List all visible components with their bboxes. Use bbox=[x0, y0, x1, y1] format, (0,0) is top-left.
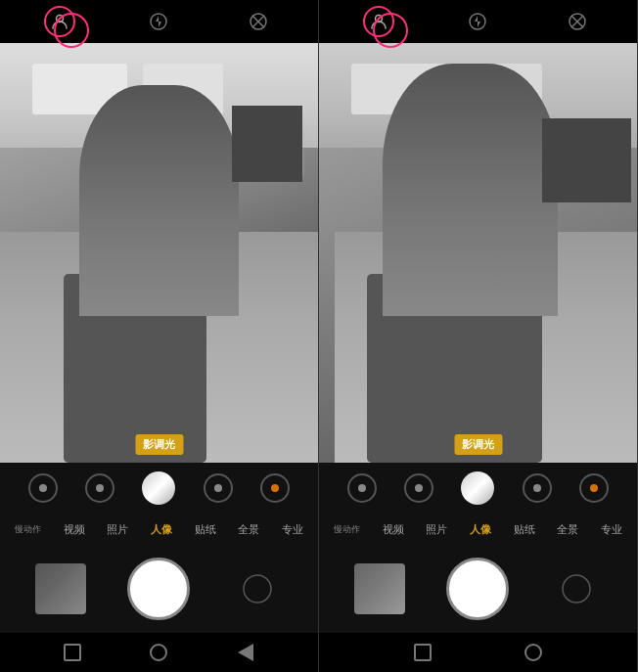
nav-triangle-icon-left bbox=[238, 644, 253, 661]
camera-controls-right bbox=[319, 463, 637, 514]
mode-tabs-right: 慢动作 视频 照片 人像 贴纸 全景 专业 bbox=[319, 514, 637, 545]
nav-bar-left bbox=[0, 633, 318, 672]
nav-recents-left[interactable] bbox=[235, 642, 256, 663]
bottom-controls-right bbox=[319, 545, 637, 633]
thumbnail-right[interactable] bbox=[354, 563, 405, 614]
tab-photo-left[interactable]: 照片 bbox=[104, 520, 131, 539]
shutter-left[interactable] bbox=[127, 558, 190, 620]
portrait-icon-left[interactable] bbox=[44, 6, 75, 37]
ctrl-btn-2-left[interactable] bbox=[85, 473, 114, 503]
tab-pro-right[interactable]: 专业 bbox=[598, 520, 625, 539]
flip-camera-left[interactable] bbox=[232, 563, 283, 614]
tab-portrait-right[interactable]: 人像 bbox=[467, 520, 494, 539]
thumbnail-image-left bbox=[35, 563, 86, 614]
camera-panel-left: 影调光 慢动作 视频 照片 人像 贴纸 全景 专业 bbox=[0, 0, 319, 672]
tab-portrait-left[interactable]: 人像 bbox=[148, 520, 175, 539]
tab-panorama-right[interactable]: 全景 bbox=[554, 520, 581, 539]
nav-square-icon-left bbox=[64, 644, 81, 661]
ctrl-btn-4-right[interactable] bbox=[523, 473, 552, 503]
ctrl-btn-center-left[interactable] bbox=[142, 471, 175, 505]
tab-pro-left[interactable]: 专业 bbox=[279, 520, 306, 539]
svg-point-5 bbox=[244, 575, 271, 603]
tab-photo-right[interactable]: 照片 bbox=[423, 520, 450, 539]
yingdiao-badge-left: 影调光 bbox=[135, 434, 183, 455]
top-bar-left bbox=[0, 0, 318, 43]
settings-icon-left[interactable] bbox=[243, 6, 274, 37]
ctrl-btn-center-right[interactable] bbox=[461, 471, 494, 505]
tab-sticker-left[interactable]: 贴纸 bbox=[192, 520, 219, 539]
viewfinder-right[interactable]: 影调光 bbox=[319, 43, 637, 463]
svg-point-11 bbox=[563, 575, 590, 603]
ctrl-dot-2 bbox=[96, 484, 104, 492]
yingdiao-badge-right: 影调光 bbox=[454, 434, 502, 455]
camera-panel-right: 影调光 慢动作 视频 照片 人像 贴纸 全景 专业 bbox=[319, 0, 638, 672]
ctrl-dot-r2 bbox=[415, 484, 423, 492]
ctrl-dot-r4 bbox=[533, 484, 541, 492]
nav-home-left[interactable] bbox=[62, 642, 83, 663]
portrait-icon-right[interactable] bbox=[363, 6, 394, 37]
settings-icon-right[interactable] bbox=[562, 6, 593, 37]
tab-video-right[interactable]: 视频 bbox=[380, 520, 407, 539]
thumbnail-image-right bbox=[354, 563, 405, 614]
nav-home-right[interactable] bbox=[412, 642, 433, 663]
shutter-right[interactable] bbox=[446, 558, 509, 620]
flip-camera-right[interactable] bbox=[551, 563, 602, 614]
tab-sticker-right[interactable]: 贴纸 bbox=[511, 520, 538, 539]
person-scene bbox=[79, 85, 239, 316]
mode-tabs-left: 慢动作 视频 照片 人像 贴纸 全景 专业 bbox=[0, 514, 318, 545]
thumbnail-left[interactable] bbox=[35, 563, 86, 614]
camera-controls-left bbox=[0, 463, 318, 514]
nav-square-icon-right bbox=[414, 644, 432, 661]
ctrl-dot-4 bbox=[214, 484, 222, 492]
ctrl-btn-1-right[interactable] bbox=[347, 473, 377, 503]
tab-slow-left[interactable]: 慢动作 bbox=[12, 521, 44, 538]
tab-video-left[interactable]: 视频 bbox=[61, 520, 88, 539]
ctrl-dot-5 bbox=[271, 484, 279, 492]
ctrl-dot-1 bbox=[39, 484, 47, 492]
nav-back-left[interactable] bbox=[148, 642, 169, 663]
ctrl-dot-r5 bbox=[590, 484, 598, 492]
ctrl-btn-1-left[interactable] bbox=[28, 473, 58, 503]
flash-icon-left[interactable] bbox=[143, 6, 174, 37]
flash-icon-right[interactable] bbox=[462, 6, 493, 37]
nav-circle-icon-right bbox=[524, 644, 542, 661]
nav-circle-icon-left bbox=[150, 644, 167, 661]
viewfinder-left[interactable]: 影调光 bbox=[0, 43, 318, 463]
top-bar-right bbox=[319, 0, 637, 43]
tab-panorama-left[interactable]: 全景 bbox=[235, 520, 262, 539]
ctrl-dot-r1 bbox=[358, 484, 366, 492]
monitor-scene-right bbox=[542, 118, 631, 202]
person-scene-right bbox=[383, 64, 558, 315]
nav-back-right[interactable] bbox=[523, 642, 544, 663]
ctrl-btn-5-left[interactable] bbox=[260, 473, 290, 503]
monitor-scene bbox=[232, 106, 302, 181]
ctrl-btn-5-right[interactable] bbox=[579, 473, 609, 503]
nav-bar-right bbox=[319, 633, 637, 672]
tab-slow-right[interactable]: 慢动作 bbox=[331, 521, 363, 538]
bottom-controls-left bbox=[0, 545, 318, 633]
ctrl-btn-2-right[interactable] bbox=[404, 473, 433, 503]
ctrl-btn-4-left[interactable] bbox=[204, 473, 233, 503]
